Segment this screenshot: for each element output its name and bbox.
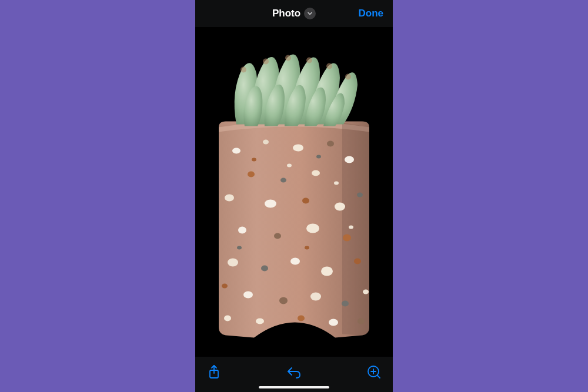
photo-editor-screen: Photo Done xyxy=(195,0,393,392)
editor-toolbar xyxy=(195,357,393,392)
svg-point-32 xyxy=(358,319,365,324)
svg-point-42 xyxy=(285,55,291,61)
svg-point-19 xyxy=(290,258,300,265)
svg-point-0 xyxy=(232,148,240,154)
svg-point-18 xyxy=(261,266,268,272)
svg-point-12 xyxy=(357,193,363,197)
svg-point-1 xyxy=(263,140,269,145)
svg-point-29 xyxy=(363,290,369,294)
svg-point-15 xyxy=(306,224,319,233)
photo-canvas[interactable] xyxy=(195,27,393,357)
svg-point-34 xyxy=(287,164,292,167)
svg-point-45 xyxy=(345,74,351,80)
done-button[interactable]: Done xyxy=(359,0,384,27)
title-dropdown[interactable]: Photo xyxy=(272,8,316,19)
svg-point-38 xyxy=(305,246,309,250)
svg-point-3 xyxy=(327,141,334,147)
chevron-down-icon xyxy=(304,8,316,19)
svg-point-35 xyxy=(252,158,256,162)
svg-point-10 xyxy=(302,198,309,204)
svg-point-13 xyxy=(238,227,246,234)
svg-point-24 xyxy=(310,293,321,301)
svg-point-16 xyxy=(343,234,351,242)
undo-icon xyxy=(286,365,302,379)
svg-point-31 xyxy=(224,316,231,321)
svg-point-27 xyxy=(298,316,305,321)
svg-point-2 xyxy=(293,145,303,152)
undo-button[interactable] xyxy=(285,363,303,381)
svg-point-7 xyxy=(312,170,320,176)
editor-header: Photo Done xyxy=(195,0,393,27)
svg-point-39 xyxy=(349,226,353,229)
svg-point-21 xyxy=(354,259,361,264)
svg-point-40 xyxy=(240,67,246,73)
svg-point-11 xyxy=(335,203,345,211)
share-icon xyxy=(207,364,221,380)
photo-content xyxy=(195,27,393,357)
svg-point-37 xyxy=(237,246,242,250)
svg-point-25 xyxy=(342,301,349,307)
svg-point-36 xyxy=(334,182,339,185)
svg-point-5 xyxy=(248,172,255,177)
svg-point-44 xyxy=(326,63,332,69)
share-button[interactable] xyxy=(205,363,223,381)
svg-point-26 xyxy=(256,319,264,324)
home-indicator[interactable] xyxy=(259,386,329,388)
svg-point-14 xyxy=(274,233,281,239)
svg-point-22 xyxy=(243,292,253,299)
svg-point-8 xyxy=(225,195,234,202)
markup-plus-icon xyxy=(366,364,382,380)
svg-point-6 xyxy=(280,178,286,183)
svg-point-23 xyxy=(279,297,288,304)
svg-point-41 xyxy=(263,59,269,65)
header-title: Photo xyxy=(272,8,300,19)
svg-point-17 xyxy=(228,259,238,267)
markup-button[interactable] xyxy=(365,363,383,381)
svg-point-30 xyxy=(222,284,228,289)
svg-point-9 xyxy=(265,200,276,208)
done-label: Done xyxy=(359,8,384,19)
svg-point-4 xyxy=(345,156,354,163)
svg-point-20 xyxy=(321,267,333,276)
svg-point-43 xyxy=(306,58,312,63)
svg-point-28 xyxy=(329,319,338,326)
svg-point-33 xyxy=(316,155,321,159)
